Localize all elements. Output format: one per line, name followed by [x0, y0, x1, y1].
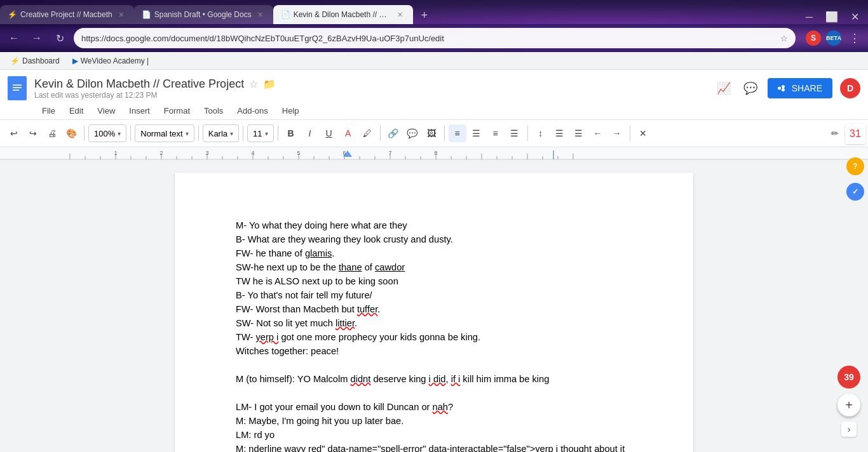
doc-paper[interactable]: M- Yo what they doing here what are they…	[175, 173, 693, 452]
reload-button[interactable]: ↻	[51, 29, 69, 47]
comment-button[interactable]: 💬	[403, 124, 421, 142]
align-left-button[interactable]: ≡	[449, 124, 466, 142]
line-spacing-button[interactable]: ↕	[532, 124, 550, 142]
align-center-button[interactable]: ☰	[468, 124, 485, 142]
user-avatar[interactable]: D	[840, 78, 860, 98]
restore-button[interactable]: ⬜	[822, 10, 842, 24]
tab-3[interactable]: 📄 Kevin & Dilon Macbeth // Creati... ×	[273, 5, 413, 24]
doc-text-line[interactable]: M- Yo what they doing here what are they	[236, 218, 632, 232]
minimize-button[interactable]: ─	[802, 10, 817, 24]
menu-file[interactable]: File	[36, 103, 62, 118]
document-area[interactable]: M- Yo what they doing here what are they…	[0, 160, 868, 452]
toolbar-sep-2	[130, 126, 131, 141]
image-button[interactable]: 🖼	[423, 124, 440, 142]
justify-button[interactable]: ☰	[506, 124, 524, 142]
tab2-title: Spanish Draft • Google Docs	[154, 10, 252, 19]
back-button[interactable]: ←	[5, 29, 23, 47]
beta-extension-icon[interactable]: BETA	[826, 30, 841, 46]
style-dropdown[interactable]: Normal text ▾	[135, 124, 194, 142]
doc-text-line[interactable]: SW-he next up to be the thane of cawdor	[236, 260, 632, 274]
add-comment-button[interactable]: +	[837, 394, 860, 416]
doc-text-line[interactable]: TW he is ALSO next up to be king soon	[236, 274, 632, 288]
doc-text-line[interactable]: SW- Not so lit yet much littier.	[236, 316, 632, 330]
doc-text-line[interactable]: LM: rd yo	[236, 428, 632, 442]
doc-text-line[interactable]: M (to himself): YO Malcolm didnt deserve…	[236, 372, 632, 386]
zoom-arrow: ▾	[118, 130, 121, 137]
close-button[interactable]: ✕	[847, 10, 863, 24]
check-badge[interactable]: ✓	[846, 183, 864, 201]
right-sidebar: ? ✓	[843, 152, 868, 206]
extension-icons: S BETA	[806, 30, 841, 46]
forward-button[interactable]: →	[28, 29, 46, 47]
italic-button[interactable]: I	[301, 124, 319, 142]
paint-format-button[interactable]: 🎨	[62, 124, 80, 142]
trending-icon-btn[interactable]: 📈	[714, 79, 733, 98]
tab1-close[interactable]: ×	[116, 10, 126, 20]
comment-count-badge[interactable]: 39	[837, 366, 860, 389]
link-button[interactable]: 🔗	[384, 124, 402, 142]
text-color-button[interactable]: A	[339, 124, 357, 142]
star-icon[interactable]: ☆	[780, 34, 788, 43]
underline-button[interactable]: U	[320, 124, 338, 142]
doc-text-line[interactable]: B- Yo that's not fair tell my future/	[236, 288, 632, 302]
tab2-close[interactable]: ×	[255, 10, 266, 20]
header-right: 📈 💬 SHARE D	[714, 78, 860, 98]
bold-button[interactable]: B	[282, 124, 300, 142]
decrease-indent-button[interactable]: ←	[589, 124, 607, 142]
toolbar: ↩ ↪ 🖨 🎨 100% ▾ Normal text ▾ Karla ▾ 11 …	[0, 119, 868, 147]
font-dropdown[interactable]: Karla ▾	[203, 124, 239, 142]
menu-insert[interactable]: Insert	[123, 103, 156, 118]
pen-button[interactable]: ✏	[826, 124, 844, 142]
align-right-button[interactable]: ≡	[487, 124, 505, 142]
tab-2[interactable]: 📄 Spanish Draft • Google Docs ×	[134, 5, 273, 24]
question-badge[interactable]: ?	[846, 157, 864, 175]
menu-tools[interactable]: Tools	[198, 103, 229, 118]
print-button[interactable]: 🖨	[43, 124, 61, 142]
spell-error: i did	[429, 374, 446, 384]
doc-text-line[interactable]: M: Maybe, I'm going hit you up later bae…	[236, 414, 632, 428]
chat-icon-btn[interactable]: 💬	[741, 79, 760, 98]
question-badge-label: ?	[853, 162, 857, 171]
folder-icon[interactable]: 📁	[263, 78, 276, 90]
browser-menu-button[interactable]: ⋮	[846, 29, 863, 48]
bullet-list-button[interactable]: ☰	[551, 124, 569, 142]
bookmark-wevideo[interactable]: ▶ WeVideo Academy |	[67, 55, 154, 67]
undo-button[interactable]: ↩	[5, 124, 23, 142]
share-button[interactable]: SHARE	[768, 78, 832, 98]
menu-format[interactable]: Format	[158, 103, 196, 118]
zoom-dropdown[interactable]: 100% ▾	[88, 124, 126, 142]
svg-text:1: 1	[114, 150, 117, 156]
clear-format-button[interactable]: ✕	[634, 124, 652, 142]
menu-help[interactable]: Help	[276, 103, 306, 118]
tab-1[interactable]: ⚡ Creative Project // Macbeth ×	[0, 5, 134, 24]
tab3-close[interactable]: ×	[395, 10, 405, 20]
font-size-dropdown[interactable]: 11 ▾	[247, 124, 273, 142]
doc-text-line[interactable]: FW- he thane of glamis.	[236, 246, 632, 260]
ordered-list-button[interactable]: ☰	[570, 124, 588, 142]
svg-rect-2	[13, 87, 22, 88]
bottom-right-controls: 39 + ›	[837, 366, 860, 437]
doc-text-line[interactable]: TW- yerp i got one more prophecy your ki…	[236, 330, 632, 344]
doc-title[interactable]: Kevin & Dilon Macbeth // Creative Projec…	[34, 77, 244, 91]
underlined-word: cawdor	[375, 262, 405, 272]
menu-view[interactable]: View	[91, 103, 121, 118]
menu-addons[interactable]: Add-ons	[231, 103, 274, 118]
doc-text-line[interactable]: M: nderline wavy red" data-name="spell-e…	[236, 442, 632, 452]
address-bar[interactable]: https://docs.google.com/document/d/18bWQ…	[74, 28, 796, 48]
bookmark-dashboard[interactable]: ⚡ Dashboard	[5, 55, 65, 67]
star-button[interactable]: ☆	[249, 78, 258, 90]
new-tab-button[interactable]: +	[416, 6, 433, 24]
doc-text-line[interactable]: FW- Worst than Macbeth but tuffer.	[236, 302, 632, 316]
sso-extension-icon[interactable]: S	[806, 30, 821, 46]
highlight-button[interactable]: 🖊	[358, 124, 376, 142]
doc-text-line[interactable]: B- What are they wearing they look crust…	[236, 232, 632, 246]
menu-bar: File Edit View Insert Format Tools Add-o…	[0, 102, 868, 119]
doc-text-line[interactable]: Witches together: peace!	[236, 344, 632, 358]
redo-button[interactable]: ↪	[24, 124, 42, 142]
spell-error: if i	[451, 374, 461, 384]
doc-text-line[interactable]: LM- I got your email you down to kill Du…	[236, 400, 632, 414]
menu-edit[interactable]: Edit	[63, 103, 90, 118]
increase-indent-button[interactable]: →	[608, 124, 626, 142]
calendar-icon[interactable]: 31	[845, 124, 865, 144]
expand-panel-button[interactable]: ›	[841, 422, 857, 437]
